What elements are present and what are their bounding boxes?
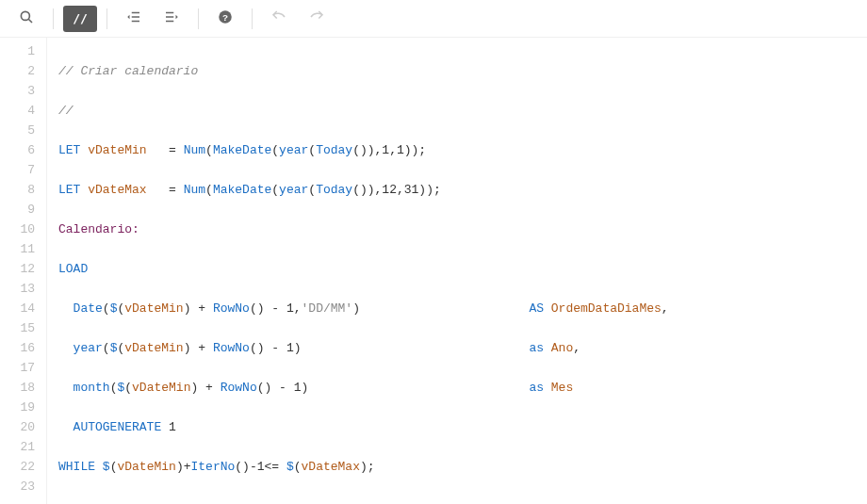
code-token: ()-1<= (235, 460, 286, 474)
code-token: RowNo (213, 301, 250, 316)
line-number: 11 (0, 239, 35, 259)
code-token: vDateMin (88, 143, 146, 157)
code-token: MakeDate (213, 143, 271, 157)
code-token: ()),1,1)); (352, 143, 426, 157)
code-token: ( (103, 341, 110, 355)
code-token: ( (271, 143, 279, 157)
code-token: Num (184, 143, 205, 157)
code-token: Today (316, 183, 352, 197)
line-number-gutter: 1234567891011121314151617181920212223 (0, 38, 47, 504)
code-token: LET (58, 183, 80, 197)
code-token: 1 (161, 420, 176, 434)
code-token: Mes (551, 381, 573, 395)
line-number: 18 (0, 378, 35, 398)
code-token: , (573, 341, 581, 355)
line-number: 5 (0, 121, 35, 140)
search-button[interactable] (9, 6, 43, 32)
code-token: () - 1) (257, 381, 530, 395)
code-token: Num (184, 183, 205, 197)
code-token (544, 341, 551, 355)
help-icon: ? (217, 8, 234, 29)
code-editor[interactable]: 1234567891011121314151617181920212223 //… (0, 38, 867, 504)
undo-button[interactable] (262, 6, 296, 32)
code-token: ) + (190, 381, 220, 395)
code-token: ( (205, 143, 213, 157)
outdent-button[interactable] (117, 6, 151, 32)
toolbar-divider (198, 8, 199, 29)
code-token: vDateMax (302, 460, 360, 474)
code-token: $ (286, 460, 294, 474)
line-number: 9 (0, 200, 35, 219)
code-token: year (279, 183, 308, 197)
code-token: LET (58, 143, 80, 157)
code-token: vDateMin (117, 460, 175, 474)
code-token: ); (360, 460, 375, 474)
code-token: // (58, 104, 74, 118)
line-number: 19 (0, 398, 35, 417)
undo-icon (270, 8, 287, 29)
code-token: ( (205, 183, 213, 197)
code-token: ( (271, 183, 279, 197)
code-token: )+ (176, 460, 191, 474)
code-token: vDateMin (124, 341, 183, 355)
code-token (544, 301, 551, 316)
code-token: ) (352, 301, 529, 316)
toolbar-divider (53, 8, 54, 29)
code-token: year (74, 341, 103, 355)
toolbar-divider (106, 8, 107, 29)
code-area[interactable]: // Criar calendario // LET vDateMin = Nu… (47, 38, 867, 504)
line-number: 10 (0, 219, 35, 239)
code-token (95, 460, 103, 474)
code-token: () - 1, (250, 301, 302, 316)
redo-button[interactable] (300, 6, 334, 32)
code-token: ()),12,31)); (352, 183, 441, 197)
outdent-icon (125, 8, 142, 29)
code-token: ( (294, 460, 302, 474)
line-number: 3 (0, 81, 35, 101)
code-token: ) + (184, 341, 213, 355)
code-token: ) + (184, 301, 213, 316)
code-token: year (279, 143, 308, 157)
code-token: = (147, 183, 184, 197)
code-token: WHILE (58, 460, 95, 474)
svg-text:?: ? (222, 11, 228, 22)
code-token: RowNo (221, 381, 257, 395)
comment-toggle-button[interactable]: // (63, 6, 97, 32)
code-token: as (529, 341, 544, 355)
comment-icon: // (73, 11, 88, 25)
code-token: () - 1) (250, 341, 529, 355)
code-token: IterNo (190, 460, 235, 474)
line-number: 15 (0, 318, 35, 338)
code-token: Date (74, 301, 103, 316)
toolbar-divider (252, 8, 253, 29)
line-number: 21 (0, 437, 35, 457)
code-token: 'DD/MM' (302, 301, 353, 316)
code-token: LOAD (58, 262, 88, 276)
code-token: vDateMin (124, 301, 183, 316)
code-token: ( (124, 381, 132, 395)
code-token: AS (529, 301, 544, 316)
code-token: vDateMax (88, 183, 146, 197)
code-token: = (147, 143, 184, 157)
code-token: ( (103, 301, 110, 316)
code-token (58, 301, 74, 316)
line-number: 13 (0, 279, 35, 299)
redo-icon (308, 8, 325, 29)
svg-point-0 (21, 11, 29, 20)
code-token: , (662, 301, 669, 316)
indent-button[interactable] (155, 6, 188, 32)
code-token: Today (316, 143, 352, 157)
code-token: $ (103, 460, 110, 474)
code-token: Calendario: (58, 222, 139, 236)
line-number: 2 (0, 61, 35, 81)
code-token: ( (308, 183, 316, 197)
help-button[interactable]: ? (208, 6, 242, 32)
line-number: 17 (0, 358, 35, 378)
line-number: 8 (0, 180, 35, 200)
code-token: as (529, 381, 544, 395)
line-number: 16 (0, 338, 35, 358)
line-number: 4 (0, 101, 35, 121)
code-token: AUTOGENERATE (74, 420, 162, 434)
code-token: OrdemDataDiaMes (551, 301, 662, 316)
line-number: 20 (0, 417, 35, 437)
